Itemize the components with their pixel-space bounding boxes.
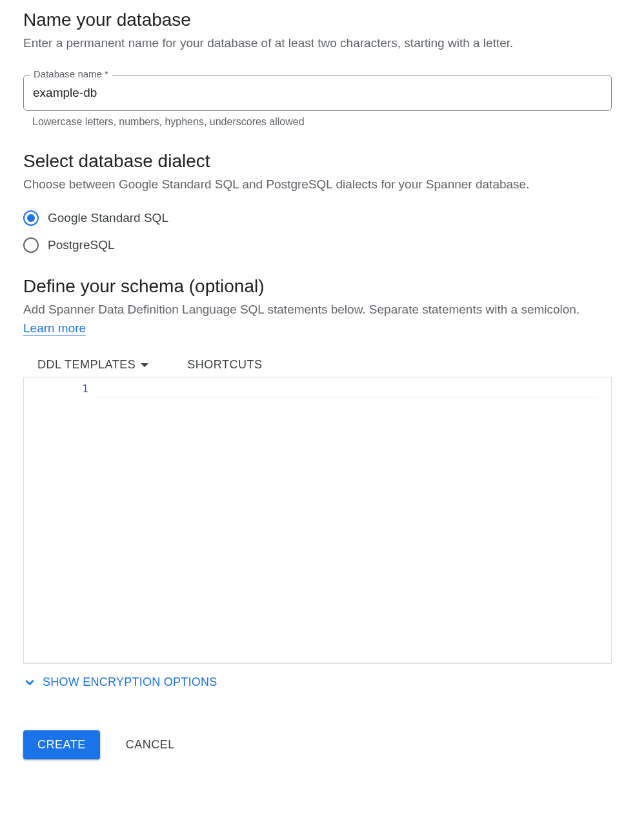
radio-unselected-icon[interactable]	[23, 237, 39, 253]
dialect-radio-group: Google Standard SQL PostgreSQL	[23, 210, 612, 253]
cancel-button[interactable]: CANCEL	[126, 738, 175, 752]
editor-line[interactable]	[94, 381, 598, 397]
dialect-title: Select database dialect	[23, 151, 612, 172]
caret-down-icon	[141, 363, 148, 367]
schema-title: Define your schema (optional)	[23, 276, 612, 297]
schema-section: Define your schema (optional) Add Spanne…	[23, 276, 612, 692]
chevron-down-icon	[23, 676, 36, 689]
schema-description: Add Spanner Data Definition Language SQL…	[23, 301, 612, 337]
database-name-field-wrapper: Database name *	[23, 75, 612, 111]
show-encryption-label: SHOW ENCRYPTION OPTIONS	[43, 675, 217, 689]
dialect-option-google-standard-sql[interactable]: Google Standard SQL	[23, 210, 612, 226]
ddl-templates-button[interactable]: DDL TEMPLATES	[37, 358, 148, 372]
show-encryption-options-button[interactable]: SHOW ENCRYPTION OPTIONS	[23, 675, 217, 689]
editor-gutter: 1	[24, 377, 94, 663]
line-number: 1	[24, 381, 88, 397]
dialect-option-label: Google Standard SQL	[48, 211, 168, 225]
database-name-label: Database name *	[30, 68, 112, 79]
editor-code-area[interactable]	[94, 377, 598, 663]
footer-button-row: CREATE CANCEL	[23, 730, 612, 759]
dialect-section: Select database dialect Choose between G…	[23, 151, 612, 254]
dialect-option-label: PostgreSQL	[48, 238, 115, 252]
radio-selected-icon[interactable]	[23, 210, 39, 226]
name-database-description: Enter a permanent name for your database…	[23, 34, 612, 53]
shortcuts-label: SHORTCUTS	[187, 358, 262, 372]
database-name-helper: Lowercase letters, numbers, hyphens, und…	[32, 116, 612, 128]
dialect-description: Choose between Google Standard SQL and P…	[23, 175, 612, 194]
learn-more-link[interactable]: Learn more	[23, 321, 86, 335]
ddl-templates-label: DDL TEMPLATES	[37, 358, 136, 372]
shortcuts-button[interactable]: SHORTCUTS	[187, 358, 262, 372]
dialect-option-postgresql[interactable]: PostgreSQL	[23, 237, 612, 253]
create-button[interactable]: CREATE	[23, 730, 100, 759]
editor-scrollbar[interactable]	[598, 377, 611, 663]
editor-toolbar: DDL TEMPLATES SHORTCUTS	[23, 358, 612, 372]
name-database-section: Name your database Enter a permanent nam…	[23, 10, 612, 128]
database-name-input[interactable]	[23, 75, 612, 111]
ddl-code-editor[interactable]: 1	[23, 377, 612, 664]
name-database-title: Name your database	[23, 10, 612, 30]
schema-description-text: Add Spanner Data Definition Language SQL…	[23, 303, 580, 316]
